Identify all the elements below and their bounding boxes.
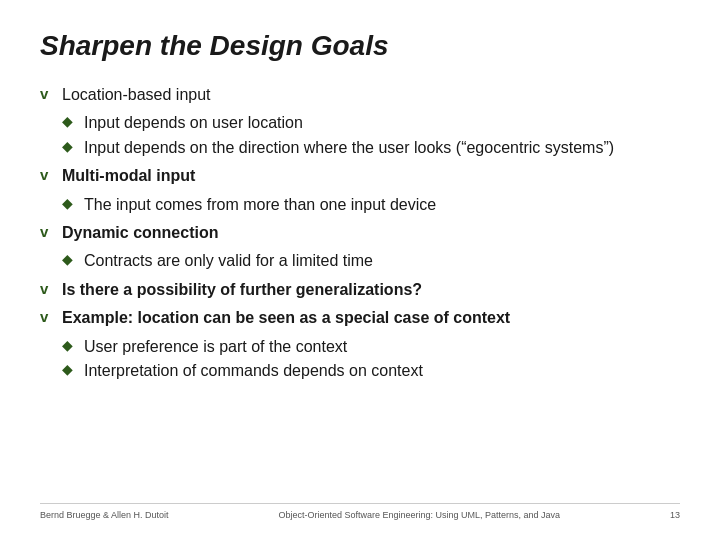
slide-footer: Bernd Bruegge & Allen H. Dutoit Object-O… (40, 503, 680, 520)
bullet-item-2: v Multi-modal input (40, 165, 680, 187)
bullet-v-icon-3: v (40, 223, 54, 240)
diamond-icon-2-1: ◆ (62, 195, 76, 211)
diamond-icon-5-1: ◆ (62, 337, 76, 353)
bullet-item-5: v Example: location can be seen as a spe… (40, 307, 680, 329)
bullet-text-1: Location-based input (62, 84, 211, 106)
diamond-icon-1-1: ◆ (62, 113, 76, 129)
bullet-item-4: v Is there a possibility of further gene… (40, 279, 680, 301)
sub-text-1-2: Input depends on the direction where the… (84, 137, 614, 159)
bullet-item-3: v Dynamic connection (40, 222, 680, 244)
sub-item-1-2: ◆ Input depends on the direction where t… (62, 137, 680, 159)
bullet-v-icon-2: v (40, 166, 54, 183)
sub-item-5-2: ◆ Interpretation of commands depends on … (62, 360, 680, 382)
slide: Sharpen the Design Goals v Location-base… (0, 0, 720, 540)
diamond-icon-1-2: ◆ (62, 138, 76, 154)
sub-item-1-1: ◆ Input depends on user location (62, 112, 680, 134)
sub-text-1-1: Input depends on user location (84, 112, 303, 134)
diamond-icon-5-2: ◆ (62, 361, 76, 377)
sub-items-3: ◆ Contracts are only valid for a limited… (62, 250, 680, 272)
sub-item-3-1: ◆ Contracts are only valid for a limited… (62, 250, 680, 272)
bullet-v-icon-4: v (40, 280, 54, 297)
diamond-icon-3-1: ◆ (62, 251, 76, 267)
sub-text-5-2: Interpretation of commands depends on co… (84, 360, 423, 382)
sub-item-5-1: ◆ User preference is part of the context (62, 336, 680, 358)
sub-items-5: ◆ User preference is part of the context… (62, 336, 680, 383)
sub-text-3-1: Contracts are only valid for a limited t… (84, 250, 373, 272)
slide-title: Sharpen the Design Goals (40, 30, 680, 62)
bullet-item-1: v Location-based input (40, 84, 680, 106)
bullet-text-3: Dynamic connection (62, 222, 218, 244)
footer-author: Bernd Bruegge & Allen H. Dutoit (40, 510, 169, 520)
sub-items-1: ◆ Input depends on user location ◆ Input… (62, 112, 680, 159)
sub-items-2: ◆ The input comes from more than one inp… (62, 194, 680, 216)
bullet-v-icon-5: v (40, 308, 54, 325)
bullet-text-2: Multi-modal input (62, 165, 195, 187)
bullet-text-5: Example: location can be seen as a speci… (62, 307, 510, 329)
footer-title: Object-Oriented Software Engineering: Us… (169, 510, 670, 520)
sub-text-2-1: The input comes from more than one input… (84, 194, 436, 216)
slide-content: v Location-based input ◆ Input depends o… (40, 84, 680, 495)
bullet-text-4: Is there a possibility of further genera… (62, 279, 422, 301)
sub-item-2-1: ◆ The input comes from more than one inp… (62, 194, 680, 216)
sub-text-5-1: User preference is part of the context (84, 336, 347, 358)
bullet-v-icon-1: v (40, 85, 54, 102)
footer-page-number: 13 (670, 510, 680, 520)
